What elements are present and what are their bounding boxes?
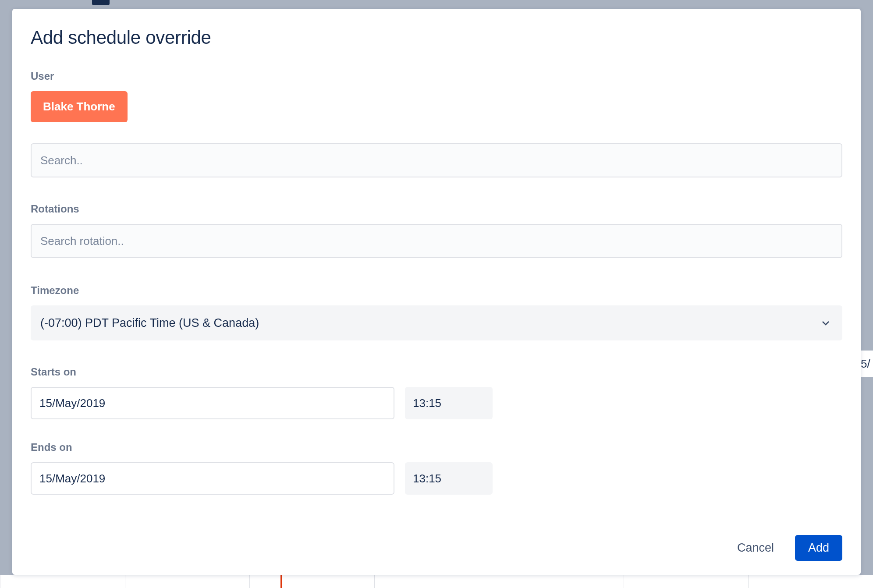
timezone-value: (-07:00) PDT Pacific Time (US & Canada) xyxy=(40,316,259,330)
modal-footer: Cancel Add xyxy=(31,535,842,561)
background-fragment: 5/ xyxy=(860,351,873,377)
add-button[interactable]: Add xyxy=(795,535,842,561)
chevron-down-icon xyxy=(821,319,830,327)
ends-on-row xyxy=(31,462,842,495)
timezone-select[interactable]: (-07:00) PDT Pacific Time (US & Canada) xyxy=(31,305,842,340)
cancel-button[interactable]: Cancel xyxy=(734,535,777,561)
ends-on-date-input[interactable] xyxy=(31,462,394,495)
add-schedule-override-modal: Add schedule override User Blake Thorne … xyxy=(12,9,861,575)
timezone-label: Timezone xyxy=(31,284,842,297)
user-search-input[interactable] xyxy=(31,143,842,177)
background-timeline xyxy=(0,575,873,588)
starts-on-date-input[interactable] xyxy=(31,387,394,419)
rotation-search-input[interactable] xyxy=(31,224,842,258)
background-fragment xyxy=(92,0,110,5)
user-chip[interactable]: Blake Thorne xyxy=(31,91,128,122)
ends-on-label: Ends on xyxy=(31,441,842,453)
modal-title: Add schedule override xyxy=(31,27,842,48)
user-label: User xyxy=(31,70,842,82)
starts-on-row xyxy=(31,387,842,419)
ends-on-time-input[interactable] xyxy=(405,462,493,495)
starts-on-label: Starts on xyxy=(31,366,842,378)
starts-on-time-input[interactable] xyxy=(405,387,493,419)
background-now-line xyxy=(280,575,282,588)
rotations-label: Rotations xyxy=(31,203,842,215)
